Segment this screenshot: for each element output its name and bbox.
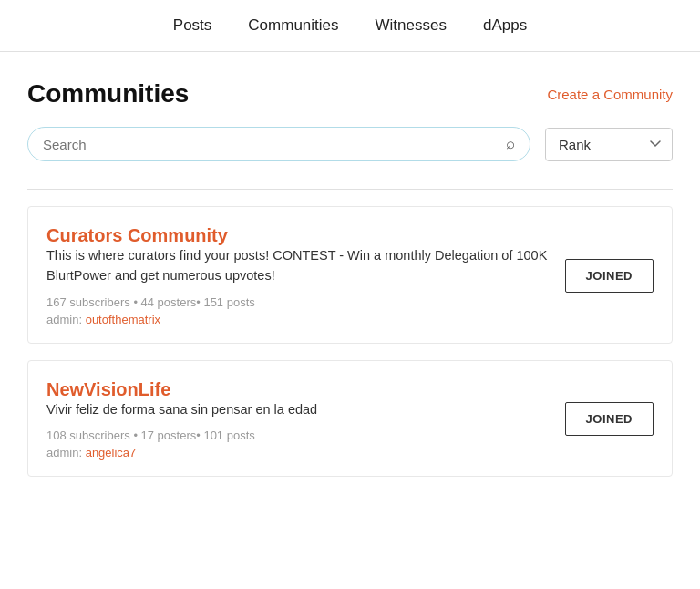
nav-dapps[interactable]: dApps: [483, 16, 527, 35]
page-title: Communities: [27, 79, 189, 108]
search-icon: ⌕: [506, 135, 515, 153]
community-stats: 167 subscribers • 44 posters• 151 posts: [46, 295, 551, 309]
admin-link[interactable]: angelica7: [86, 446, 137, 460]
create-community-link[interactable]: Create a Community: [547, 87, 673, 102]
community-description: Vivir feliz de forma sana sin pensar en …: [46, 400, 551, 420]
community-admin-row: admin: outofthematrix: [46, 313, 551, 326]
community-info: Curators Community This is where curator…: [46, 225, 551, 326]
search-input[interactable]: [43, 137, 500, 152]
nav-posts[interactable]: Posts: [173, 16, 212, 35]
section-divider: [27, 189, 673, 190]
community-info: NewVisionLife Vivir feliz de forma sana …: [46, 379, 551, 460]
community-description: This is where curators find your posts! …: [46, 246, 551, 286]
admin-link[interactable]: outofthematrix: [86, 313, 160, 326]
admin-label: admin:: [46, 446, 82, 460]
search-rank-row: ⌕ Rank: [27, 127, 673, 161]
community-card: Curators Community This is where curator…: [27, 206, 673, 344]
community-name[interactable]: NewVisionLife: [46, 379, 170, 399]
nav-witnesses[interactable]: Witnesses: [376, 16, 447, 35]
admin-label: admin:: [46, 313, 82, 326]
community-name[interactable]: Curators Community: [46, 225, 228, 245]
community-list: Curators Community This is where curator…: [27, 206, 673, 477]
community-card: NewVisionLife Vivir feliz de forma sana …: [27, 360, 673, 478]
community-stats: 108 subscribers • 17 posters• 101 posts: [46, 429, 551, 442]
join-button[interactable]: JOINED: [565, 259, 654, 293]
communities-header: Communities Create a Community: [27, 79, 673, 108]
community-admin-row: admin: angelica7: [46, 446, 551, 460]
rank-select[interactable]: Rank: [545, 128, 673, 161]
main-content: Communities Create a Community ⌕ Rank Cu…: [0, 52, 700, 495]
nav-communities[interactable]: Communities: [248, 16, 338, 35]
top-navigation: Posts Communities Witnesses dApps: [0, 0, 700, 52]
search-wrapper: ⌕: [27, 127, 530, 161]
join-button[interactable]: JOINED: [565, 402, 654, 436]
